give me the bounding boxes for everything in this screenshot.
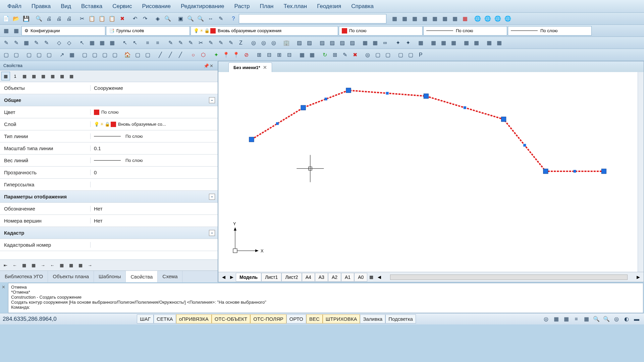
copy-icon[interactable]: 📋 (87, 14, 97, 23)
tool-d-icon[interactable]: ✎ (32, 38, 41, 48)
ptool-b-icon[interactable]: 1 (11, 72, 19, 80)
doc-tab[interactable]: Без имени1* ✕ (228, 62, 272, 72)
nav-first-icon[interactable]: ⇤ (1, 261, 10, 269)
hc-a-icon[interactable]: ▨ (317, 38, 327, 48)
status-toggle-вес[interactable]: ВЕС (306, 314, 323, 323)
section-display[interactable]: Параметры отображения − (0, 191, 218, 203)
c4-s-icon[interactable]: ⬡ (199, 50, 208, 60)
ptool-f-icon[interactable]: ▦ (48, 72, 57, 80)
cur-a-icon[interactable]: ↖ (120, 38, 129, 48)
ed-h-icon[interactable]: Z (236, 38, 246, 48)
stat-b-icon[interactable]: ▦ (551, 314, 561, 324)
c4-dd-icon[interactable]: ↻ (320, 50, 329, 60)
grd-c-icon[interactable]: ∞ (380, 38, 390, 48)
nav-next-icon[interactable]: → (86, 261, 94, 269)
nav-d-icon[interactable]: ← (48, 261, 57, 269)
section-cadastre[interactable]: Кадастр − (0, 227, 218, 239)
doc-close-icon[interactable]: ✕ (263, 65, 267, 70)
lineweight-combo[interactable]: По слою (508, 26, 592, 36)
c4-p-icon[interactable]: ╱ (166, 50, 175, 60)
grid-d-icon[interactable]: ▦ (420, 14, 429, 23)
status-toggle-сетка[interactable]: СЕТКА (154, 314, 176, 323)
c4-kk-icon[interactable]: ▢ (396, 50, 405, 60)
sheet-a2[interactable]: A2 (328, 273, 341, 282)
grd-b-icon[interactable]: ▦ (370, 38, 380, 48)
ptool-h-icon[interactable]: ▦ (67, 72, 76, 80)
tab-scheme[interactable]: Схема (158, 271, 182, 282)
nav-prev-icon[interactable]: ← (10, 261, 19, 269)
status-toggle-отс-поляр[interactable]: ОТС-ПОЛЯР (250, 314, 286, 323)
find2-icon[interactable]: 🔍 (163, 14, 172, 23)
tbl-a-icon[interactable]: ▦ (416, 38, 425, 48)
tool-g-icon[interactable]: ◇ (64, 38, 74, 48)
c4-f-icon[interactable]: ↗ (57, 50, 66, 60)
c4-j-icon[interactable]: ▢ (100, 50, 109, 60)
prop-row-cadnum[interactable]: Кадастровый номер (0, 239, 218, 251)
c4-cc-icon[interactable]: ▦ (307, 50, 317, 60)
menu-file[interactable]: Файл (3, 1, 26, 12)
print2-icon[interactable]: 🖨 (54, 14, 64, 23)
paste-icon[interactable]: 📋 (97, 14, 107, 23)
linetype-combo[interactable]: По слою (423, 26, 507, 36)
undo-icon[interactable]: ↶ (130, 14, 140, 23)
nav-g-icon[interactable]: ▦ (76, 261, 85, 269)
ptool-a-icon[interactable]: ▦ (1, 72, 10, 80)
menu-raster[interactable]: Растр (230, 1, 255, 12)
cmd-close-icon[interactable]: ✕ (2, 285, 7, 290)
menu-view[interactable]: Вид (56, 1, 76, 12)
menu-geodesy[interactable]: Геодезия (312, 1, 346, 12)
big-b-icon[interactable]: ▦ (439, 38, 448, 48)
big-d-icon[interactable]: ▦ (462, 38, 471, 48)
c4-mm-icon[interactable]: P (416, 50, 425, 60)
sheet-a1[interactable]: A1 (341, 273, 354, 282)
sheet-scroll-left-icon[interactable]: ◀ (375, 273, 383, 281)
hc-b-icon[interactable]: ▨ (327, 38, 337, 48)
c4-o-icon[interactable]: ╱ (156, 50, 165, 60)
stat-c-icon[interactable]: ▦ (561, 314, 571, 324)
grd-a-icon[interactable]: ▦ (360, 38, 370, 48)
c4-ff-icon[interactable]: ✎ (340, 50, 350, 60)
star-a-icon[interactable]: ✦ (393, 38, 402, 48)
sheet-prev-icon[interactable]: ◀ (220, 273, 228, 281)
pt-a-icon[interactable]: ◎ (249, 38, 258, 48)
paste2-icon[interactable]: 📋 (107, 14, 117, 23)
pt-b-icon[interactable]: ◎ (259, 38, 268, 48)
sheet-2[interactable]: Лист2 (281, 273, 302, 282)
collapse-icon[interactable]: − (209, 194, 215, 200)
pin-icon[interactable]: 📌 (204, 63, 208, 68)
prop-row-vertexnum[interactable]: Номера вершин Нет (0, 215, 218, 227)
grid-b-icon[interactable]: ▦ (400, 14, 409, 23)
c4-gg-icon[interactable]: ✖ (350, 50, 360, 60)
hc-d-icon[interactable]: ▨ (347, 38, 357, 48)
star-b-icon[interactable]: ✦ (403, 38, 413, 48)
highlight-icon[interactable]: ✎ (216, 14, 225, 23)
stat-g-icon[interactable]: 🔍 (602, 314, 611, 324)
color-combo[interactable]: По слою (339, 26, 423, 36)
status-toggle-подсветка[interactable]: Подсветка (385, 314, 416, 323)
pt-c-icon[interactable]: ◎ (269, 38, 278, 48)
c4-g-icon[interactable]: ▦ (67, 50, 76, 60)
help-icon[interactable]: ? (229, 14, 238, 23)
c4-m-icon[interactable]: ▢ (133, 50, 142, 60)
groups-combo[interactable]: 📑 Группы слоёв (106, 26, 190, 36)
nav-a-icon[interactable]: ▦ (20, 261, 29, 269)
grid-f-icon[interactable]: ▦ (440, 14, 449, 23)
stat-e-icon[interactable]: ▦ (582, 314, 591, 324)
c4-y-icon[interactable]: ⊟ (264, 50, 274, 60)
tool-a-icon[interactable]: ✎ (1, 38, 11, 48)
status-toggle-шаг[interactable]: ШАГ (137, 314, 154, 323)
c4-i-icon[interactable]: ▢ (90, 50, 99, 60)
c4-aa-icon[interactable]: ⊟ (284, 50, 294, 60)
cur-b-icon[interactable]: ↖ (130, 38, 140, 48)
sheet-model[interactable]: Модель (236, 273, 261, 282)
ptool-c-icon[interactable]: ▦ (20, 72, 29, 80)
grid-g-icon[interactable]: ▦ (450, 14, 460, 23)
c4-ll-icon[interactable]: ▢ (406, 50, 415, 60)
menu-plan[interactable]: План (255, 1, 278, 12)
menu-edit[interactable]: Правка (27, 1, 55, 12)
measure-icon[interactable]: ↔ (206, 14, 215, 23)
ed-f-icon[interactable]: ✎ (216, 38, 225, 48)
status-toggle-орто[interactable]: ОРТО (286, 314, 306, 323)
c4-hh-icon[interactable]: ◎ (363, 50, 372, 60)
menu-techplan[interactable]: Тех.план (279, 1, 312, 12)
